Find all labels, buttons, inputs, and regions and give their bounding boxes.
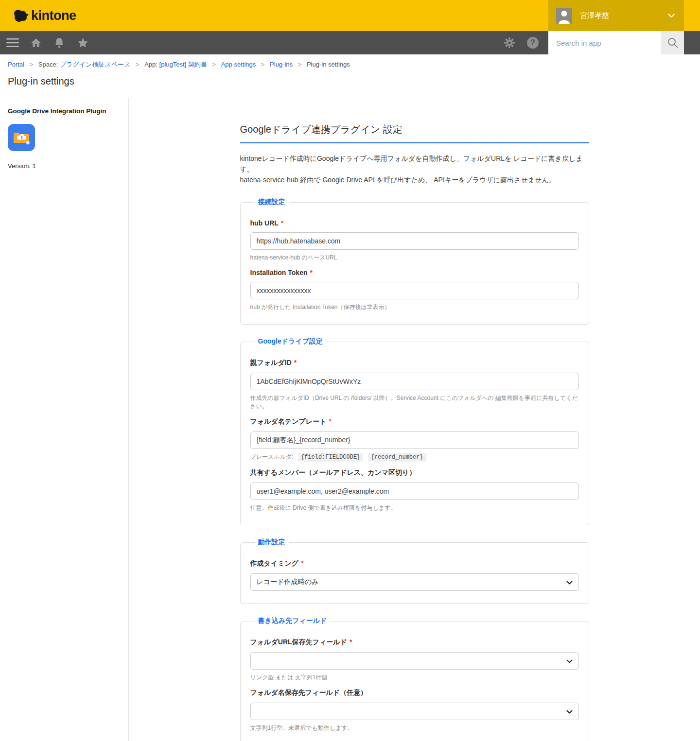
required-mark: * — [301, 559, 303, 567]
folder-name-template-input[interactable] — [250, 431, 579, 449]
plugin-drive-folder-icon — [8, 124, 35, 151]
config-heading: Googleドライブ連携プラグイン 設定 — [240, 123, 589, 143]
chevron-down-icon — [667, 11, 675, 20]
user-name: 宮澤孝慈 — [580, 11, 609, 20]
hub-url-label: hub URL — [250, 219, 279, 227]
folder-name-template-label: フォルダ名テンプレート — [250, 417, 327, 425]
field-parent-folder-id: 親フォルダID* 作成先の親フォルダID（Drive URL の /folder… — [250, 359, 579, 411]
app-search — [548, 31, 684, 54]
placeholder-chip-field: {field:FIELDCODE} — [298, 453, 363, 462]
section-legend: 動作設定 — [255, 538, 289, 547]
field-folder-url-target: フォルダURL保存先フィールド* リンク型 または 文字列1行型 — [250, 638, 579, 682]
user-avatar — [556, 8, 572, 24]
folder-name-template-help: プレースホルダ: {field:FIELDCODE} {record_numbe… — [250, 453, 579, 462]
breadcrumb: Portal > Space: プラグイン検証スペース > App: [plug… — [0, 54, 700, 69]
kintone-logo[interactable]: kintone — [13, 8, 76, 23]
breadcrumb-separator: > — [261, 61, 265, 68]
breadcrumb-separator: > — [30, 61, 34, 68]
required-mark: * — [281, 219, 283, 227]
placeholder-chip-record-number: {record_number} — [368, 453, 426, 462]
config-description-line2: hatena-service-hub 経由で Google Drive API … — [240, 176, 556, 184]
global-navbar: ? — [0, 31, 700, 54]
field-folder-name-target: フォルダ名保存先フィールド（任意） 文字列1行型。未選択でも動作します。 — [250, 689, 579, 732]
folder-url-target-label: フォルダURL保存先フィールド — [250, 638, 347, 646]
parent-folder-id-help: 作成先の親フォルダID（Drive URL の /folders/ 以降）。Se… — [250, 394, 579, 411]
notifications-bell-icon[interactable] — [48, 31, 71, 54]
share-members-input[interactable] — [250, 483, 579, 500]
chevron-down-icon — [566, 578, 573, 586]
section-legend: Googleドライブ設定 — [255, 337, 327, 346]
breadcrumb-portal-link[interactable]: Portal — [8, 61, 24, 68]
chevron-down-icon — [566, 656, 573, 665]
kintone-logo-icon — [13, 8, 29, 23]
breadcrumb-app-prefix: App: — [144, 61, 158, 68]
main-area: Googleドライブ連携プラグイン 設定 kintoneレコード作成時にGoog… — [129, 98, 700, 741]
search-icon — [667, 37, 679, 49]
section-connection-settings: 接続設定 hub URL* hatena-service-hub のベースURL… — [240, 198, 589, 325]
field-create-timing: 作成タイミング* レコード作成時のみ — [250, 559, 579, 591]
hub-url-help: hatena-service-hub のベースURL — [250, 254, 579, 262]
app-root: kintone 宮澤孝慈 — [0, 0, 700, 741]
config-description: kintoneレコード作成時にGoogleドライブへ専用フォルダを自動作成し、フ… — [240, 153, 589, 185]
share-members-label: 共有するメンバー（メールアドレス、カンマ区切り） — [250, 468, 416, 476]
config-description-line1: kintoneレコード作成時にGoogleドライブへ専用フォルダを自動作成し、フ… — [240, 155, 583, 173]
breadcrumb-plugins-link[interactable]: Plug-ins — [270, 61, 293, 68]
breadcrumb-app-link[interactable]: [plugTest] 契約書 — [159, 61, 207, 68]
section-behavior-settings: 動作設定 作成タイミング* レコード作成時のみ — [240, 538, 589, 604]
chevron-down-icon — [566, 707, 573, 716]
create-timing-select[interactable]: レコード作成時のみ — [250, 573, 579, 591]
folder-url-target-help: リンク型 または 文字列1行型 — [250, 673, 579, 682]
search-input[interactable] — [548, 31, 661, 54]
hub-url-input[interactable] — [250, 232, 579, 250]
share-members-help: 任意。作成後に Drive 側で書き込み権限を付与します。 — [250, 504, 579, 512]
plugin-name: Google Drive Integration Plugin — [8, 107, 121, 115]
field-hub-url: hub URL* hatena-service-hub のベースURL — [250, 219, 579, 262]
breadcrumb-separator: > — [136, 61, 140, 68]
help-icon[interactable]: ? — [521, 31, 544, 54]
folder-url-target-select[interactable] — [250, 652, 579, 670]
installation-token-input[interactable] — [250, 282, 579, 299]
settings-form: Googleドライブ連携プラグイン 設定 kintoneレコード作成時にGoog… — [240, 98, 589, 741]
parent-folder-id-input[interactable] — [250, 373, 579, 390]
required-mark: * — [310, 269, 312, 276]
breadcrumb-app-settings-link[interactable]: App settings — [221, 61, 256, 68]
hamburger-menu-icon[interactable] — [1, 31, 24, 54]
breadcrumb-current: Plug-in settings — [307, 61, 350, 68]
folder-name-target-label: フォルダ名保存先フィールド（任意） — [250, 689, 368, 696]
parent-folder-id-label: 親フォルダID — [250, 359, 292, 366]
home-icon[interactable] — [24, 31, 48, 54]
breadcrumb-space-prefix: Space: — [38, 61, 58, 68]
section-legend: 書き込み先フィールド — [255, 617, 331, 625]
navbar-left-icons — [1, 31, 94, 54]
field-share-members: 共有するメンバー（メールアドレス、カンマ区切り） 任意。作成後に Drive 側… — [250, 468, 579, 512]
required-mark: * — [350, 638, 352, 646]
create-timing-label: 作成タイミング — [250, 559, 299, 567]
breadcrumb-space-link[interactable]: プラグイン検証スペース — [60, 61, 130, 68]
top-header-bar: kintone 宮澤孝慈 — [0, 0, 700, 31]
plugin-sidebar: Google Drive Integration Plugin Version:… — [0, 98, 129, 741]
field-folder-name-template: フォルダ名テンプレート* プレースホルダ: {field:FIELDCODE} … — [250, 417, 579, 462]
plugin-version: Version: 1 — [8, 162, 121, 170]
user-menu[interactable]: 宮澤孝慈 — [548, 0, 684, 31]
folder-name-target-select[interactable] — [250, 703, 579, 720]
breadcrumb-separator: > — [298, 61, 302, 68]
section-output-fields: 書き込み先フィールド フォルダURL保存先フィールド* リンク型 または 文字列… — [240, 617, 589, 741]
page-title: Plug-in settings — [8, 76, 692, 87]
create-timing-selected-value: レコード作成時のみ — [257, 578, 319, 586]
help-question-glyph: ? — [527, 37, 539, 49]
search-button[interactable] — [661, 31, 684, 54]
gear-icon[interactable] — [498, 31, 521, 54]
content-row: Google Drive Integration Plugin Version:… — [0, 98, 700, 741]
kintone-logo-text: kintone — [31, 8, 76, 23]
breadcrumb-separator: > — [212, 61, 216, 68]
folder-name-target-help: 文字列1行型。未選択でも動作します。 — [250, 724, 579, 732]
placeholder-help-prefix: プレースホルダ: — [250, 453, 294, 460]
navbar-right-icons: ? — [498, 31, 544, 54]
installation-token-help: hub が発行した Installation Token（保存後は非表示） — [250, 303, 579, 311]
required-mark: * — [329, 417, 331, 425]
section-google-drive-settings: Googleドライブ設定 親フォルダID* 作成先の親フォルダID（Drive … — [240, 337, 589, 525]
required-mark: * — [294, 359, 297, 366]
section-legend: 接続設定 — [255, 198, 289, 207]
favorites-star-icon[interactable] — [71, 31, 94, 54]
installation-token-label: Installation Token — [250, 269, 308, 276]
